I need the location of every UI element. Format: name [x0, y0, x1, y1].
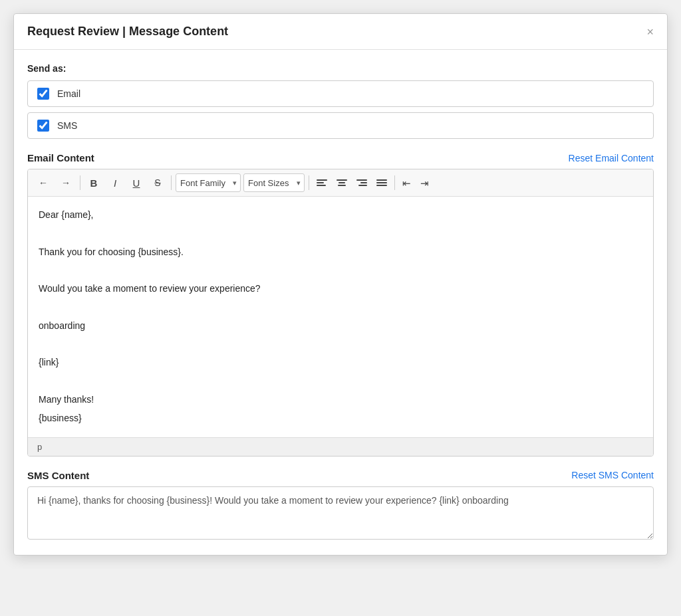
divider-2 — [171, 175, 172, 190]
modal-body: Send as: Email SMS Email Content Reset E… — [14, 50, 667, 555]
align-right-button[interactable] — [353, 173, 370, 192]
align-center-button[interactable] — [333, 173, 350, 192]
sms-checkbox-row: SMS — [27, 112, 654, 139]
divider-4 — [394, 175, 395, 190]
divider-3 — [309, 175, 309, 190]
bold-button[interactable]: B — [84, 173, 103, 192]
sms-section-title: SMS Content — [27, 470, 89, 481]
sms-checkbox[interactable] — [37, 120, 49, 132]
email-editor-wrapper: ← → B I U S — [27, 169, 654, 457]
undo-icon: ← — [39, 177, 48, 188]
email-section-header: Email Content Reset Email Content — [27, 152, 654, 163]
strikethrough-button[interactable]: S — [148, 173, 167, 192]
modal-container: Request Review | Message Content × Send … — [13, 13, 668, 556]
email-editor-content[interactable]: Dear {name}, Thank you for choosing {bus… — [28, 197, 653, 437]
email-checkbox[interactable] — [37, 88, 49, 100]
bold-icon: B — [90, 177, 98, 189]
send-as-label: Send as: — [27, 63, 654, 74]
italic-icon: I — [114, 177, 116, 189]
undo-button[interactable]: ← — [33, 173, 53, 192]
sms-editor-content[interactable] — [27, 486, 654, 540]
font-sizes-wrapper: Font Sizes — [243, 173, 305, 192]
sms-checkbox-label: SMS — [57, 120, 77, 131]
align-left-icon — [317, 179, 327, 186]
font-sizes-select[interactable]: Font Sizes — [243, 173, 305, 192]
align-right-icon — [356, 179, 367, 186]
reset-sms-link[interactable]: Reset SMS Content — [571, 470, 654, 480]
sms-section-header: SMS Content Reset SMS Content — [27, 470, 654, 481]
close-button[interactable]: × — [646, 26, 654, 38]
email-section-title: Email Content — [27, 152, 94, 163]
underline-icon: U — [133, 177, 140, 189]
editor-footer: p — [28, 437, 653, 456]
italic-button[interactable]: I — [106, 173, 124, 192]
indent-icon: ⇥ — [420, 178, 429, 188]
font-family-select[interactable]: Font Family — [176, 173, 241, 192]
align-left-button[interactable] — [313, 173, 331, 192]
reset-email-link[interactable]: Reset Email Content — [569, 153, 654, 163]
redo-button[interactable]: → — [56, 173, 76, 192]
font-family-wrapper: Font Family — [176, 173, 241, 192]
outdent-icon: ⇤ — [402, 178, 411, 188]
modal-header: Request Review | Message Content × — [14, 14, 667, 50]
strikethrough-icon: S — [154, 177, 160, 188]
align-center-icon — [337, 179, 347, 186]
redo-icon: → — [61, 177, 70, 188]
editor-toolbar: ← → B I U S — [28, 169, 653, 197]
divider-1 — [80, 175, 80, 190]
align-justify-icon — [376, 179, 387, 186]
indent-button[interactable]: ⇥ — [417, 173, 432, 192]
modal-title: Request Review | Message Content — [27, 25, 228, 39]
underline-button[interactable]: U — [127, 173, 146, 192]
editor-footer-tag: p — [37, 442, 42, 452]
email-checkbox-label: Email — [57, 88, 80, 99]
align-justify-button[interactable] — [373, 173, 390, 192]
outdent-button[interactable]: ⇤ — [399, 173, 414, 192]
email-checkbox-row: Email — [27, 80, 654, 107]
